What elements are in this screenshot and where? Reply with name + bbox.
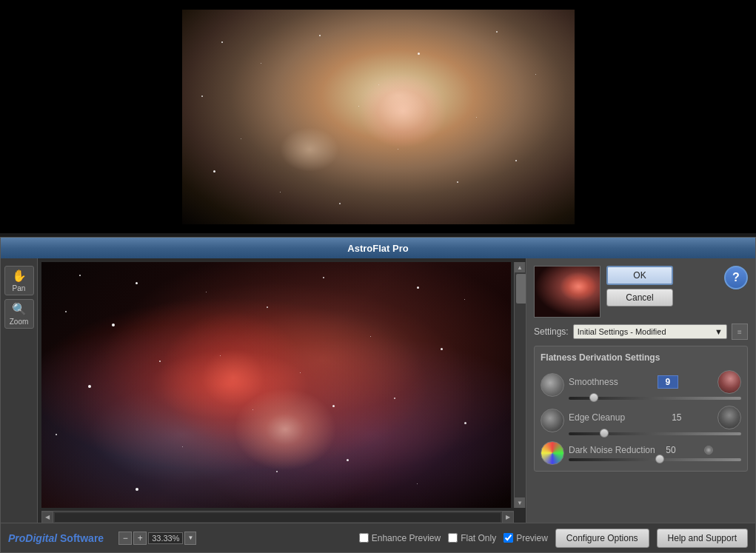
dark-noise-value: 50 (655, 445, 676, 455)
edge-cleanup-info: Edge Cleanup 15 (569, 406, 741, 435)
smoothness-track-container (569, 397, 741, 400)
help-button[interactable]: ? (724, 266, 748, 289)
smoothness-handle[interactable] (589, 393, 598, 402)
left-toolbar: ✋ Pan 🔍 Zoom (1, 258, 38, 523)
nebula-canvas (41, 262, 511, 508)
brand-pro: Pro (8, 532, 25, 544)
preview-checkbox[interactable] (504, 533, 513, 543)
right-panel: OK Cancel ? Settings: Initial Settings -… (526, 258, 755, 523)
zoom-display: 33.33% (148, 532, 183, 544)
zoom-label: Zoom (10, 318, 29, 326)
brand-area: ProDigital Software (8, 532, 104, 544)
preview-row: OK Cancel ? (534, 266, 748, 318)
help-support-btn[interactable]: Help and Support (657, 529, 748, 548)
dark-noise-info: Dark Noise Reduction 50 (569, 445, 741, 461)
buttons-col: OK Cancel (606, 266, 718, 306)
dropdown-arrow: ▼ (715, 327, 723, 336)
main-content: ✋ Pan 🔍 Zoom (1, 258, 755, 523)
title-bar: AstroFlat Pro (1, 238, 755, 258)
canvas-image (41, 262, 511, 508)
dark-noise-row: Dark Noise Reduction 50 (541, 441, 741, 465)
smoothness-info: Smoothness 9 (569, 370, 741, 400)
flatness-section: Flatness Derivation Settings Smoothness … (534, 346, 748, 472)
configure-options-btn[interactable]: Configure Options (555, 529, 649, 548)
pan-icon: ✋ (12, 269, 27, 283)
menu-lines-icon: ≡ (737, 328, 742, 336)
zoom-icon: 🔍 (12, 302, 27, 316)
flat-only-checkbox[interactable] (448, 533, 458, 543)
zoom-controls: − + 33.33% ▼ (118, 532, 196, 545)
settings-dropdown[interactable]: Initial Settings - Modified ▼ (573, 324, 727, 339)
flat-only-label: Flat Only (461, 533, 496, 543)
smoothness-preview (717, 370, 741, 394)
preview-thumbnail (534, 266, 601, 318)
pan-tool-btn[interactable]: ✋ Pan (4, 266, 34, 295)
smoothness-value[interactable]: 9 (658, 375, 678, 389)
edge-cleanup-handle[interactable] (600, 429, 609, 438)
settings-menu-button[interactable]: ≡ (732, 324, 748, 340)
enhance-preview-checkbox-item[interactable]: Enhance Preview (359, 533, 441, 543)
dark-noise-handle[interactable] (655, 455, 664, 463)
dark-noise-track-container (569, 458, 741, 461)
dark-noise-preview (704, 446, 713, 455)
smoothness-track[interactable] (569, 397, 741, 400)
edge-cleanup-value: 15 (661, 412, 682, 423)
top-nebula-image (182, 10, 575, 224)
dark-noise-track[interactable] (569, 458, 741, 461)
edge-cleanup-track[interactable] (569, 432, 741, 435)
settings-row: Settings: Initial Settings - Modified ▼ … (534, 324, 748, 340)
preview-label: Preview (516, 533, 548, 543)
brand-text: ProDigital Software (8, 532, 104, 544)
edge-cleanup-label: Edge Cleanup (569, 412, 625, 423)
smoothness-label: Smoothness (569, 377, 618, 387)
preview-checkbox-item[interactable]: Preview (504, 533, 548, 543)
cancel-button[interactable]: Cancel (606, 289, 673, 306)
stars-overlay-main (41, 262, 511, 508)
window-title: AstroFlat Pro (347, 243, 408, 254)
dark-noise-label: Dark Noise Reduction (569, 445, 655, 455)
dark-noise-top: Dark Noise Reduction 50 (569, 445, 741, 455)
ok-button[interactable]: OK (606, 266, 673, 285)
edge-cleanup-track-container (569, 432, 741, 435)
settings-value: Initial Settings - Modified (578, 327, 666, 336)
canvas-hscroll[interactable]: ◀ ▶ (41, 511, 514, 523)
stars-overlay-top (182, 10, 575, 224)
zoom-tool-btn[interactable]: 🔍 Zoom (4, 299, 34, 329)
smoothness-row: Smoothness 9 (541, 370, 741, 400)
flat-only-checkbox-item[interactable]: Flat Only (448, 533, 496, 543)
zoom-plus-btn[interactable]: + (133, 532, 147, 545)
top-image-area (0, 0, 756, 233)
scroll-left-btn[interactable]: ◀ (41, 512, 53, 523)
brand-digital: Digital (25, 532, 57, 544)
canvas-area: ▲ ▼ ◀ ▶ (38, 258, 526, 523)
pan-label: Pan (13, 284, 26, 292)
enhance-preview-label: Enhance Preview (372, 533, 441, 543)
smoothness-thumb-icon (541, 373, 564, 397)
edge-cleanup-preview (717, 406, 741, 429)
zoom-minus-btn[interactable]: − (118, 532, 132, 545)
scroll-right-btn[interactable]: ▶ (502, 512, 514, 523)
plugin-window: AstroFlat Pro ✋ Pan 🔍 Zoom (0, 237, 756, 553)
bottom-bar: ProDigital Software − + 33.33% ▼ Enhance… (1, 523, 755, 552)
edge-cleanup-top: Edge Cleanup 15 (569, 406, 741, 429)
brand-software: Software (57, 532, 104, 544)
flatness-title: Flatness Derivation Settings (541, 352, 741, 363)
zoom-dropdown-btn[interactable]: ▼ (184, 532, 196, 545)
settings-label: Settings: (534, 326, 569, 337)
enhance-preview-checkbox[interactable] (359, 533, 369, 543)
edge-cleanup-thumb-icon (541, 409, 564, 432)
canvas-vscroll[interactable]: ▲ ▼ (514, 262, 526, 508)
smoothness-top: Smoothness 9 (569, 370, 741, 394)
dark-noise-thumb-icon (541, 441, 564, 465)
edge-cleanup-row: Edge Cleanup 15 (541, 406, 741, 435)
scroll-track (55, 513, 501, 522)
